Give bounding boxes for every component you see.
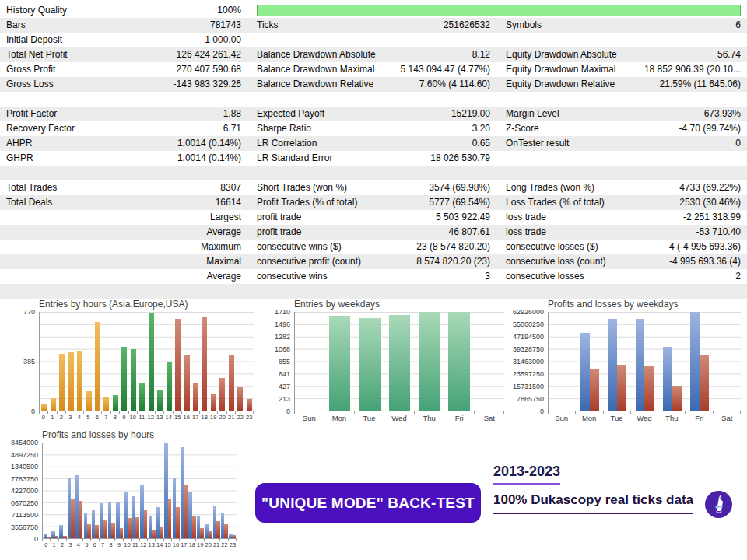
bar-slot: [475, 312, 504, 411]
x-axis-label: 18: [188, 541, 196, 548]
y-axis: 6292600055060250471945003932875031463000…: [506, 312, 548, 411]
y-axis-label: 0670250: [11, 499, 38, 507]
bar-slot: [75, 312, 84, 411]
x-axis-label: 4: [75, 541, 82, 548]
losses-bar: [700, 355, 709, 411]
column-gap: [241, 77, 257, 92]
banner-label: "UNIQUE MODE" BACK-TEST: [261, 495, 475, 512]
bar-slot: [132, 443, 139, 538]
column-gap: [241, 33, 257, 47]
y-axis-label: 1282: [275, 333, 290, 341]
x-axis-label: Sun: [548, 414, 575, 422]
losses-bar: [120, 528, 124, 538]
bar-slot: [444, 312, 474, 411]
x-axis-label: 23: [245, 414, 254, 421]
x-axis-label: 19: [196, 541, 204, 548]
stat-value: 4 (-4 995 693.36): [630, 240, 747, 254]
stat-value: -143 983 329.26: [127, 77, 241, 92]
bar-slot: [84, 312, 93, 411]
losses-bar: [95, 525, 99, 538]
x-axis-label: 7: [99, 541, 107, 548]
x-axis-label: 10: [128, 414, 138, 421]
stat-label: consecutive wins ($): [257, 240, 381, 254]
y-axis-label: 23597250: [513, 370, 544, 378]
stat-value: 2: [630, 269, 747, 284]
stat-value: 4733 (69.22%): [630, 180, 747, 195]
stat-label: profit trade: [257, 225, 381, 240]
table-row: Gross Loss-143 983 329.26Balance Drawdow…: [0, 77, 747, 92]
x-axis-label: Sat: [474, 414, 504, 422]
x-axis-label: 10: [123, 541, 131, 548]
x-axis-label: Mon: [324, 414, 355, 422]
column-gap: [490, 121, 506, 136]
bar-slot: [576, 312, 603, 411]
bar-slot: [209, 312, 218, 411]
bar-slot: [355, 312, 384, 411]
stat-label: Profit Trades (% of total): [257, 195, 381, 210]
stat-value: 8 574 820.20 (23): [381, 254, 490, 269]
column-gap: [490, 33, 506, 47]
stat-value: 5777 (69.54%): [381, 195, 490, 210]
bar-slot: [91, 443, 99, 538]
stat-value: 8.12: [381, 47, 490, 62]
y-axis-label: 1068: [275, 345, 290, 353]
column-gap: [490, 254, 506, 269]
stat-label: Profit Factor: [0, 107, 127, 121]
table-row: Maximalconsecutive profit (count)8 574 8…: [0, 254, 747, 269]
bar: [202, 317, 207, 411]
y-axis-label: 47194500: [513, 333, 544, 341]
x-axis-label: 17: [191, 414, 201, 421]
column-gap: [490, 269, 506, 284]
x-axis-label: 7: [102, 414, 111, 421]
column-gap: [241, 151, 257, 166]
bar-slot: [138, 312, 146, 411]
stat-value: 100%: [127, 3, 241, 18]
x-axis-label: 5: [82, 541, 90, 548]
stat-value: Average: [127, 269, 241, 284]
y-axis-label: 427: [279, 383, 290, 390]
bar-slot: [100, 443, 107, 538]
stat-value: Maximal: [127, 254, 241, 269]
stat-value: 8307: [127, 180, 241, 195]
table-row: History Quality100%: [0, 3, 747, 18]
stat-value: -2 251 318.99: [630, 210, 747, 225]
chart-profits-losses-by-weekdays: Profits and losses by weekdays6292600055…: [506, 299, 741, 422]
stat-value: 18 852 906.39 (20.10...: [630, 62, 747, 77]
column-gap: [241, 121, 257, 136]
profits-bar: [663, 347, 672, 411]
bar-slot: [415, 312, 444, 411]
column-gap: [490, 180, 506, 195]
brand-logo: [704, 490, 733, 519]
chart-title: Entries by hours (Asia,Europe,USA): [39, 299, 254, 310]
column-gap: [241, 195, 257, 210]
stat-label: [506, 33, 630, 47]
y-axis-label: 0: [286, 408, 290, 415]
column-gap: [490, 136, 506, 151]
stat-value: 3: [381, 269, 490, 284]
stat-label: GHPR: [0, 151, 127, 166]
bar-slot: [120, 312, 128, 411]
x-axis-label: Sat: [714, 414, 741, 422]
bar-slot: [229, 443, 237, 538]
losses-bar: [168, 499, 172, 538]
losses-bar: [200, 528, 204, 538]
x-axis-label: Fri: [444, 414, 475, 422]
stat-value: 6.71: [127, 121, 241, 136]
plot-area: [548, 312, 741, 411]
stat-value: [381, 33, 490, 47]
losses-bar: [192, 516, 196, 538]
y-axis-label: 1340500: [11, 463, 38, 471]
bar: [157, 390, 163, 411]
losses-bar: [590, 369, 599, 411]
y-axis-label: 213: [279, 395, 290, 403]
stat-label: Equity Drawdown Absolute: [506, 47, 630, 62]
bar-slot: [146, 312, 155, 411]
losses-bar: [111, 523, 115, 538]
bar-slot: [227, 312, 236, 411]
losses-bar: [79, 501, 83, 538]
column-gap: [490, 77, 506, 92]
losses-bar: [87, 524, 91, 538]
bar: [329, 316, 351, 411]
stat-label: loss trade: [506, 225, 630, 240]
stat-label: [257, 33, 381, 47]
